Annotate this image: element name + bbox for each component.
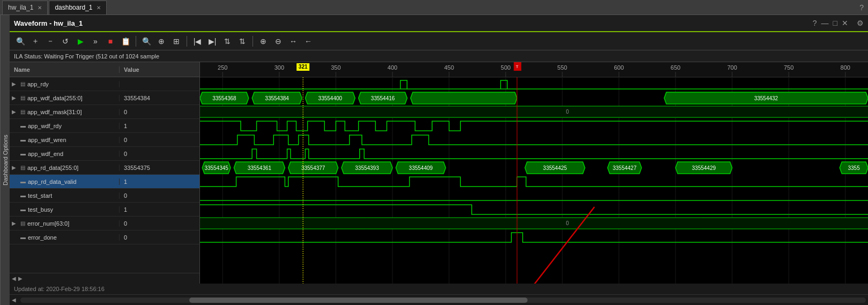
waveform-display xyxy=(200,62,868,284)
toolbar: 🔍 ＋ － ↺ ▶ » ■ 📋 🔍 ⊕ ⊞ |◀ ▶| ⇅ ⇅ ⊕ ⊖ ↔ ← xyxy=(10,32,868,50)
signal-icon-5: ▬ xyxy=(20,151,26,157)
tab-hw-ila-1-close[interactable]: ✕ xyxy=(38,5,42,11)
expand-btn-2[interactable]: ▶ xyxy=(12,109,18,115)
prev-edge-button[interactable]: |◀ xyxy=(191,35,204,48)
title-bar: Waveform - hw_ila_1 ? — □ ✕ ⚙ xyxy=(10,15,868,32)
signal-label-10: error_num[63:0] xyxy=(27,220,69,227)
refresh-button[interactable]: ↺ xyxy=(59,35,72,48)
expand-btn-1[interactable]: ▶ xyxy=(12,95,18,101)
signal-label-2: app_wdf_mask[31:0] xyxy=(27,109,82,115)
signal-row-7[interactable]: ▬app_rd_data_valid1 xyxy=(10,175,199,189)
zoom-in-button[interactable]: ⊕ xyxy=(155,35,168,48)
signal-list-bottom: ◀ ▶ xyxy=(10,273,199,284)
signal-row-5[interactable]: ▬app_wdf_end0 xyxy=(10,147,199,161)
waveform-area: Name Value ▶▤app_rdy▶▤app_wdf_data[255:0… xyxy=(10,62,868,284)
signal-icon-4: ▬ xyxy=(20,137,26,143)
content-area: Waveform - hw_ila_1 ? — □ ✕ ⚙ 🔍 ＋ － ↺ ▶ … xyxy=(10,15,868,305)
expand-btn-6[interactable]: ▶ xyxy=(12,165,18,170)
remove-marker-button[interactable]: ⊖ xyxy=(272,35,285,48)
signal-label-7: app_rd_data_valid xyxy=(28,178,77,185)
signal-row-3[interactable]: ▬app_wdf_rdy1 xyxy=(10,119,199,133)
scroll-right-arrow[interactable]: ▶ xyxy=(18,276,23,281)
signal-label-5: app_wdf_end xyxy=(28,151,63,157)
tab-bar-right: ? xyxy=(859,3,868,12)
settings-icon[interactable]: ⚙ xyxy=(857,19,864,27)
signal-row-4[interactable]: ▬app_wdf_wren0 xyxy=(10,133,199,147)
signal-value-11: 0 xyxy=(120,234,131,241)
run-all-button[interactable]: » xyxy=(89,35,102,48)
tab-dashboard-1-close[interactable]: ✕ xyxy=(97,5,101,11)
signal-icon-8: ▬ xyxy=(20,192,26,198)
signal-label-4: app_wdf_wren xyxy=(28,137,66,143)
sep1 xyxy=(136,36,136,47)
signal-row-1[interactable]: ▶▤app_wdf_data[255:0]33554384 xyxy=(10,91,199,105)
signal-icon-11: ▬ xyxy=(20,234,26,240)
horizontal-scrollbar[interactable] xyxy=(20,297,866,303)
close-button[interactable]: ✕ xyxy=(842,19,848,27)
signal-row-11[interactable]: ▬error_done0 xyxy=(10,230,199,244)
help-icon[interactable]: ? xyxy=(859,3,864,12)
search-button[interactable]: 🔍 xyxy=(14,35,27,48)
tab-bar: hw_ila_1 ✕ dashboard_1 ✕ ? xyxy=(0,0,868,15)
expand-btn-10[interactable]: ▶ xyxy=(12,220,18,226)
signal-icon-6: ▤ xyxy=(20,165,25,170)
remove-button[interactable]: － xyxy=(44,35,57,48)
status-text: ILA Status: Waiting For Trigger (512 out… xyxy=(14,53,159,59)
signal-label-0: app_rdy xyxy=(27,81,49,87)
tab-dashboard-1[interactable]: dashboard_1 ✕ xyxy=(49,1,107,14)
arrow-button[interactable]: ← xyxy=(302,35,315,48)
zoom-out-button[interactable]: 🔍 xyxy=(140,35,153,48)
window-controls: ? — □ ✕ ⚙ xyxy=(813,19,864,27)
waveform-canvas[interactable] xyxy=(200,62,868,284)
signal-value-3: 1 xyxy=(120,123,131,129)
down-button[interactable]: ⇅ xyxy=(236,35,249,48)
signal-label-1: app_wdf_data[255:0] xyxy=(27,95,83,101)
signal-icon-1: ▤ xyxy=(20,95,25,101)
signal-label-11: error_done xyxy=(28,234,57,241)
signal-row-10[interactable]: ▶▤error_num[63:0]0 xyxy=(10,217,199,230)
tab-hw-ila-1[interactable]: hw_ila_1 ✕ xyxy=(2,1,48,14)
timestamp-bar: Updated at: 2020-Feb-29 18:56:16 xyxy=(10,284,868,294)
signal-value-9: 1 xyxy=(120,206,131,213)
window-title: Waveform - hw_ila_1 xyxy=(14,19,83,27)
signal-icon-2: ▤ xyxy=(20,109,25,115)
signal-name-0: ▶▤app_rdy xyxy=(10,81,120,87)
signal-name-3: ▬app_wdf_rdy xyxy=(10,123,120,129)
signal-row-9[interactable]: ▬test_busy1 xyxy=(10,203,199,217)
sep2 xyxy=(187,36,187,47)
signal-value-1: 33554384 xyxy=(120,95,154,101)
lock-button[interactable]: ↔ xyxy=(287,35,300,48)
export-button[interactable]: 📋 xyxy=(119,35,132,48)
bottom-bar: ◀ xyxy=(10,294,868,305)
signal-list-header: Name Value xyxy=(10,62,199,77)
stop-button[interactable]: ■ xyxy=(104,35,117,48)
bottom-area: Updated at: 2020-Feb-29 18:56:16 ◀ xyxy=(10,284,868,305)
signal-name-2: ▶▤app_wdf_mask[31:0] xyxy=(10,109,120,115)
scrollbar-thumb[interactable] xyxy=(189,297,528,303)
signal-row-8[interactable]: ▬test_start0 xyxy=(10,189,199,203)
signal-label-8: test_start xyxy=(28,192,52,199)
add-marker-button[interactable]: ⊕ xyxy=(257,35,270,48)
up-button[interactable]: ⇅ xyxy=(221,35,234,48)
tab-dashboard-1-label: dashboard_1 xyxy=(55,4,92,11)
signal-icon-10: ▤ xyxy=(20,220,25,226)
signal-name-10: ▶▤error_num[63:0] xyxy=(10,220,120,227)
next-edge-button[interactable]: ▶| xyxy=(206,35,219,48)
signal-name-6: ▶▤app_rd_data[255:0] xyxy=(10,165,120,171)
signal-row-0[interactable]: ▶▤app_rdy xyxy=(10,77,199,91)
status-bar: ILA Status: Waiting For Trigger (512 out… xyxy=(10,50,868,62)
zoom-fit-button[interactable]: ⊞ xyxy=(170,35,183,48)
help-button[interactable]: ? xyxy=(813,19,817,27)
run-button[interactable]: ▶ xyxy=(74,35,87,48)
signal-row-6[interactable]: ▶▤app_rd_data[255:0]33554375 xyxy=(10,161,199,175)
maximize-button[interactable]: □ xyxy=(833,19,837,27)
minimize-button[interactable]: — xyxy=(821,19,829,27)
signal-name-1: ▶▤app_wdf_data[255:0] xyxy=(10,95,120,101)
bottom-scroll-left[interactable]: ◀ xyxy=(10,297,18,303)
signal-value-4: 0 xyxy=(120,137,131,143)
add-button[interactable]: ＋ xyxy=(29,35,42,48)
signal-value-5: 0 xyxy=(120,151,131,157)
expand-btn-0[interactable]: ▶ xyxy=(12,81,18,87)
scroll-left-arrow[interactable]: ◀ xyxy=(12,276,16,281)
signal-row-2[interactable]: ▶▤app_wdf_mask[31:0]0 xyxy=(10,105,199,119)
